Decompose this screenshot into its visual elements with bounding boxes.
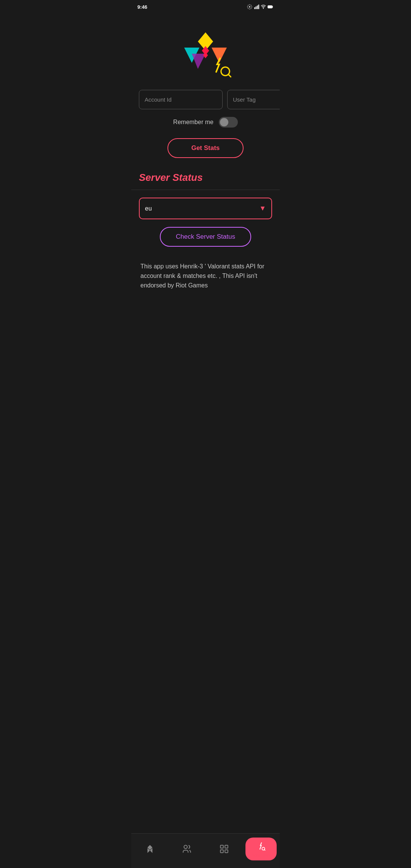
form-section: Remember me Get Stats — [131, 90, 280, 158]
get-stats-button[interactable]: Get Stats — [167, 138, 244, 158]
battery-icon — [268, 5, 274, 9]
signal-icon — [254, 4, 259, 10]
region-dropdown[interactable]: eu ▼ — [139, 198, 272, 219]
svg-line-14 — [228, 74, 231, 77]
svg-marker-15 — [203, 52, 208, 58]
user-tag-input[interactable] — [227, 90, 280, 109]
server-status-section: Server Status eu ▼ Check Server Status — [131, 172, 280, 247]
remember-me-label: Remember me — [173, 119, 213, 126]
logo-container — [131, 14, 280, 90]
check-server-button[interactable]: Check Server Status — [160, 227, 251, 247]
wifi-icon — [261, 4, 266, 10]
status-icons — [247, 4, 274, 10]
status-bar: 9:46 — [131, 0, 280, 14]
input-row — [139, 90, 272, 109]
status-time: 9:46 — [137, 4, 147, 10]
svg-point-0 — [249, 6, 250, 8]
disclaimer-text: This app uses Henrik-3 ' Valorant stats … — [131, 262, 280, 313]
account-id-input[interactable] — [139, 90, 223, 109]
svg-rect-2 — [256, 6, 256, 9]
app-logo — [175, 29, 236, 78]
server-status-title: Server Status — [131, 172, 280, 190]
dropdown-arrow-icon: ▼ — [259, 204, 266, 212]
svg-rect-1 — [254, 7, 255, 9]
toggle-knob — [220, 118, 228, 126]
settings-icon — [247, 4, 252, 10]
region-value: eu — [145, 205, 152, 212]
remember-me-row: Remember me — [139, 117, 272, 128]
svg-marker-12 — [192, 54, 206, 69]
svg-rect-4 — [258, 5, 259, 9]
svg-point-5 — [263, 8, 263, 9]
remember-me-toggle[interactable] — [219, 117, 238, 128]
svg-rect-7 — [268, 6, 272, 8]
svg-rect-3 — [257, 6, 258, 9]
